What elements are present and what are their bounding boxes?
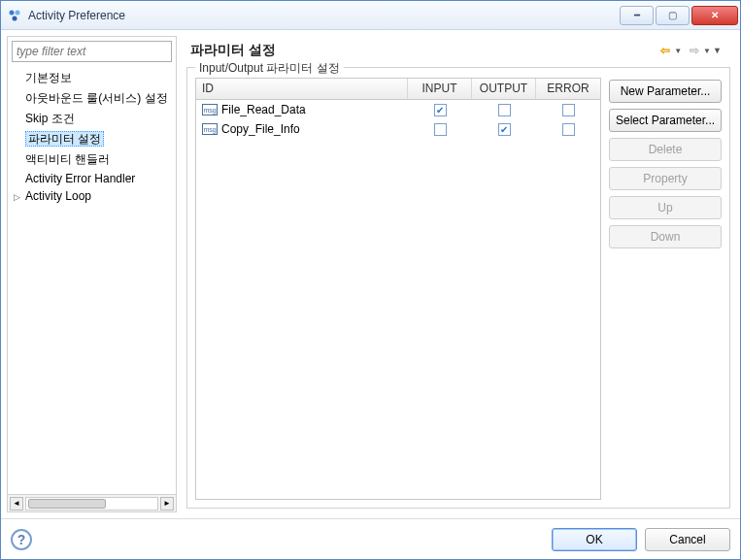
- activity-preference-window: Activity Preference ━ ▢ ✕ 기본정보 아웃바운드 룰(서…: [0, 0, 741, 560]
- nav-forward-icon[interactable]: ⇨: [684, 42, 705, 59]
- scroll-thumb[interactable]: [28, 499, 106, 509]
- col-header-id[interactable]: ID: [196, 79, 408, 99]
- svg-point-2: [13, 16, 17, 20]
- cell-id-text: Copy_File_Info: [221, 122, 300, 136]
- nav-tree: 기본정보 아웃바운드 룰(서비스) 설정 Skip 조건 파라미터 설정 액티비…: [8, 66, 176, 494]
- cell-in: ✔: [408, 104, 472, 116]
- maximize-button[interactable]: ▢: [656, 6, 690, 25]
- scroll-right-icon[interactable]: ►: [160, 497, 174, 511]
- window-controls: ━ ▢ ✕: [618, 6, 738, 25]
- nav-back-icon[interactable]: ⇦: [655, 42, 676, 59]
- col-header-input[interactable]: INPUT: [408, 79, 472, 99]
- tree-hscrollbar[interactable]: ◄ ►: [8, 494, 176, 511]
- svg-point-1: [16, 10, 20, 15]
- tree-item-parameter[interactable]: 파라미터 설정: [8, 129, 176, 149]
- msg-icon: msg: [202, 123, 218, 135]
- col-header-output[interactable]: OUTPUT: [472, 79, 536, 99]
- checkbox-in[interactable]: [434, 123, 447, 136]
- cell-out: [472, 104, 536, 116]
- checkbox-err[interactable]: [562, 104, 575, 116]
- cell-id-text: File_Read_Data: [221, 103, 306, 116]
- side-buttons: New Parameter... Select Parameter... Del…: [609, 78, 722, 500]
- cell-id: msgCopy_File_Info: [196, 122, 408, 136]
- view-menu-icon[interactable]: ▼: [713, 46, 726, 55]
- close-button[interactable]: ✕: [691, 6, 738, 25]
- table-row[interactable]: msgFile_Read_Data✔: [196, 100, 600, 119]
- select-parameter-button[interactable]: Select Parameter...: [609, 109, 722, 132]
- cancel-button[interactable]: Cancel: [645, 528, 730, 551]
- checkbox-out[interactable]: [498, 104, 511, 116]
- tree-item-outbound[interactable]: 아웃바운드 룰(서비스) 설정: [8, 88, 176, 109]
- down-button[interactable]: Down: [609, 225, 722, 248]
- msg-icon: msg: [202, 104, 218, 115]
- cell-id: msgFile_Read_Data: [196, 103, 408, 116]
- content-area: 기본정보 아웃바운드 룰(서비스) 설정 Skip 조건 파라미터 설정 액티비…: [1, 30, 740, 518]
- table-body: msgFile_Read_Data✔msgCopy_File_Info✔: [196, 100, 600, 499]
- property-button[interactable]: Property: [609, 167, 722, 190]
- delete-button[interactable]: Delete: [609, 138, 722, 161]
- app-icon: [7, 8, 22, 23]
- footer: ? OK Cancel: [1, 518, 740, 559]
- tree-item-skip[interactable]: Skip 조건: [8, 109, 176, 129]
- checkbox-err[interactable]: [562, 123, 575, 136]
- cell-err: [536, 104, 600, 116]
- nav-forward-menu-icon[interactable]: ▼: [703, 47, 711, 55]
- col-header-error[interactable]: ERROR: [536, 79, 600, 99]
- minimize-button[interactable]: ━: [620, 6, 654, 25]
- checkbox-in[interactable]: ✔: [434, 104, 447, 116]
- table-row[interactable]: msgCopy_File_Info✔: [196, 119, 600, 139]
- tree-item-basic[interactable]: 기본정보: [8, 68, 176, 88]
- nav-arrows: ⇦ ▼ ⇨ ▼ ▼: [655, 42, 726, 59]
- cell-out: ✔: [472, 123, 536, 136]
- tree-item-handler[interactable]: 액티비티 핸들러: [8, 149, 176, 170]
- right-pane: 파라미터 설정 ⇦ ▼ ⇨ ▼ ▼ Input/Output 파라미터 설정 I…: [183, 36, 734, 512]
- page-title: 파라미터 설정: [190, 42, 276, 59]
- nav-back-menu-icon[interactable]: ▼: [674, 47, 682, 55]
- checkbox-out[interactable]: ✔: [498, 123, 511, 136]
- window-title: Activity Preference: [28, 9, 125, 22]
- group-label: Input/Output 파라미터 설정: [195, 60, 344, 77]
- scroll-left-icon[interactable]: ◄: [10, 497, 23, 511]
- tree-item-activity-loop[interactable]: ▷Activity Loop: [8, 187, 176, 205]
- svg-point-0: [10, 10, 15, 15]
- help-icon[interactable]: ?: [11, 529, 32, 550]
- ok-button[interactable]: OK: [552, 528, 637, 551]
- new-parameter-button[interactable]: New Parameter...: [609, 80, 722, 103]
- parameter-table: ID INPUT OUTPUT ERROR msgFile_Read_Data✔…: [195, 78, 601, 500]
- cell-err: [536, 123, 600, 136]
- tree-item-error-handler[interactable]: Activity Error Handler: [8, 170, 176, 187]
- cell-in: [408, 123, 472, 136]
- scroll-track[interactable]: [25, 497, 158, 511]
- up-button[interactable]: Up: [609, 196, 722, 219]
- table-header: ID INPUT OUTPUT ERROR: [196, 79, 600, 100]
- io-parameter-group: Input/Output 파라미터 설정 ID INPUT OUTPUT ERR…: [186, 67, 730, 509]
- left-pane: 기본정보 아웃바운드 룰(서비스) 설정 Skip 조건 파라미터 설정 액티비…: [7, 36, 177, 512]
- filter-input[interactable]: [12, 41, 172, 62]
- titlebar: Activity Preference ━ ▢ ✕: [1, 1, 740, 30]
- expand-icon[interactable]: ▷: [14, 192, 23, 202]
